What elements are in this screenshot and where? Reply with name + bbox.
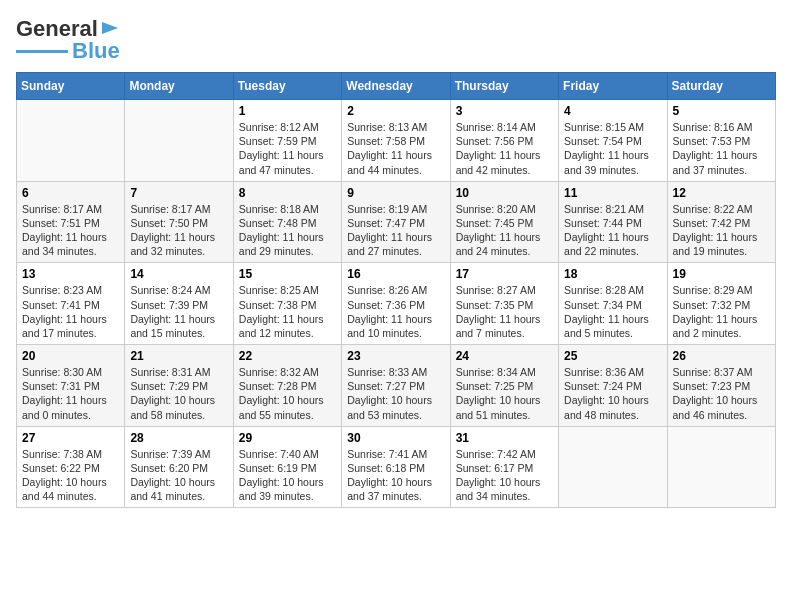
day-info: Sunrise: 8:26 AM Sunset: 7:36 PM Dayligh… <box>347 283 444 340</box>
calendar-cell: 7Sunrise: 8:17 AM Sunset: 7:50 PM Daylig… <box>125 181 233 263</box>
day-info: Sunrise: 8:31 AM Sunset: 7:29 PM Dayligh… <box>130 365 227 422</box>
column-header-friday: Friday <box>559 73 667 100</box>
svg-marker-0 <box>102 22 118 34</box>
day-number: 27 <box>22 431 119 445</box>
calendar-cell: 4Sunrise: 8:15 AM Sunset: 7:54 PM Daylig… <box>559 100 667 182</box>
day-number: 1 <box>239 104 336 118</box>
day-info: Sunrise: 8:34 AM Sunset: 7:25 PM Dayligh… <box>456 365 553 422</box>
day-info: Sunrise: 8:36 AM Sunset: 7:24 PM Dayligh… <box>564 365 661 422</box>
calendar-week-row: 1Sunrise: 8:12 AM Sunset: 7:59 PM Daylig… <box>17 100 776 182</box>
day-info: Sunrise: 8:20 AM Sunset: 7:45 PM Dayligh… <box>456 202 553 259</box>
day-info: Sunrise: 7:41 AM Sunset: 6:18 PM Dayligh… <box>347 447 444 504</box>
calendar-cell: 12Sunrise: 8:22 AM Sunset: 7:42 PM Dayli… <box>667 181 775 263</box>
day-info: Sunrise: 8:12 AM Sunset: 7:59 PM Dayligh… <box>239 120 336 177</box>
column-header-sunday: Sunday <box>17 73 125 100</box>
page-header: General Blue <box>16 16 776 64</box>
day-number: 23 <box>347 349 444 363</box>
logo-arrow-icon <box>100 18 120 38</box>
logo-line <box>16 50 68 53</box>
calendar-cell: 3Sunrise: 8:14 AM Sunset: 7:56 PM Daylig… <box>450 100 558 182</box>
calendar-cell: 21Sunrise: 8:31 AM Sunset: 7:29 PM Dayli… <box>125 345 233 427</box>
day-number: 21 <box>130 349 227 363</box>
day-info: Sunrise: 8:29 AM Sunset: 7:32 PM Dayligh… <box>673 283 770 340</box>
day-number: 16 <box>347 267 444 281</box>
day-info: Sunrise: 7:42 AM Sunset: 6:17 PM Dayligh… <box>456 447 553 504</box>
day-number: 6 <box>22 186 119 200</box>
day-info: Sunrise: 8:32 AM Sunset: 7:28 PM Dayligh… <box>239 365 336 422</box>
calendar-table: SundayMondayTuesdayWednesdayThursdayFrid… <box>16 72 776 508</box>
column-header-saturday: Saturday <box>667 73 775 100</box>
calendar-cell: 10Sunrise: 8:20 AM Sunset: 7:45 PM Dayli… <box>450 181 558 263</box>
day-info: Sunrise: 8:27 AM Sunset: 7:35 PM Dayligh… <box>456 283 553 340</box>
day-info: Sunrise: 7:38 AM Sunset: 6:22 PM Dayligh… <box>22 447 119 504</box>
day-info: Sunrise: 8:13 AM Sunset: 7:58 PM Dayligh… <box>347 120 444 177</box>
day-info: Sunrise: 8:17 AM Sunset: 7:50 PM Dayligh… <box>130 202 227 259</box>
day-number: 26 <box>673 349 770 363</box>
day-number: 29 <box>239 431 336 445</box>
day-number: 30 <box>347 431 444 445</box>
column-header-wednesday: Wednesday <box>342 73 450 100</box>
calendar-cell: 19Sunrise: 8:29 AM Sunset: 7:32 PM Dayli… <box>667 263 775 345</box>
day-number: 18 <box>564 267 661 281</box>
column-header-thursday: Thursday <box>450 73 558 100</box>
calendar-cell: 28Sunrise: 7:39 AM Sunset: 6:20 PM Dayli… <box>125 426 233 508</box>
calendar-cell: 23Sunrise: 8:33 AM Sunset: 7:27 PM Dayli… <box>342 345 450 427</box>
calendar-cell <box>17 100 125 182</box>
calendar-cell: 17Sunrise: 8:27 AM Sunset: 7:35 PM Dayli… <box>450 263 558 345</box>
day-info: Sunrise: 8:15 AM Sunset: 7:54 PM Dayligh… <box>564 120 661 177</box>
day-number: 3 <box>456 104 553 118</box>
logo-text-blue: Blue <box>72 38 120 64</box>
calendar-cell: 15Sunrise: 8:25 AM Sunset: 7:38 PM Dayli… <box>233 263 341 345</box>
calendar-header-row: SundayMondayTuesdayWednesdayThursdayFrid… <box>17 73 776 100</box>
day-info: Sunrise: 8:25 AM Sunset: 7:38 PM Dayligh… <box>239 283 336 340</box>
day-number: 9 <box>347 186 444 200</box>
day-number: 13 <box>22 267 119 281</box>
day-number: 24 <box>456 349 553 363</box>
day-number: 10 <box>456 186 553 200</box>
day-info: Sunrise: 8:24 AM Sunset: 7:39 PM Dayligh… <box>130 283 227 340</box>
day-number: 5 <box>673 104 770 118</box>
day-info: Sunrise: 8:33 AM Sunset: 7:27 PM Dayligh… <box>347 365 444 422</box>
calendar-cell: 18Sunrise: 8:28 AM Sunset: 7:34 PM Dayli… <box>559 263 667 345</box>
calendar-cell: 16Sunrise: 8:26 AM Sunset: 7:36 PM Dayli… <box>342 263 450 345</box>
day-info: Sunrise: 8:23 AM Sunset: 7:41 PM Dayligh… <box>22 283 119 340</box>
day-number: 31 <box>456 431 553 445</box>
calendar-cell: 9Sunrise: 8:19 AM Sunset: 7:47 PM Daylig… <box>342 181 450 263</box>
day-number: 12 <box>673 186 770 200</box>
calendar-cell: 14Sunrise: 8:24 AM Sunset: 7:39 PM Dayli… <box>125 263 233 345</box>
calendar-week-row: 27Sunrise: 7:38 AM Sunset: 6:22 PM Dayli… <box>17 426 776 508</box>
calendar-cell: 26Sunrise: 8:37 AM Sunset: 7:23 PM Dayli… <box>667 345 775 427</box>
calendar-cell: 30Sunrise: 7:41 AM Sunset: 6:18 PM Dayli… <box>342 426 450 508</box>
day-number: 8 <box>239 186 336 200</box>
calendar-week-row: 20Sunrise: 8:30 AM Sunset: 7:31 PM Dayli… <box>17 345 776 427</box>
day-number: 14 <box>130 267 227 281</box>
calendar-cell: 29Sunrise: 7:40 AM Sunset: 6:19 PM Dayli… <box>233 426 341 508</box>
calendar-cell: 8Sunrise: 8:18 AM Sunset: 7:48 PM Daylig… <box>233 181 341 263</box>
day-number: 7 <box>130 186 227 200</box>
day-number: 20 <box>22 349 119 363</box>
day-number: 11 <box>564 186 661 200</box>
day-number: 28 <box>130 431 227 445</box>
day-info: Sunrise: 8:28 AM Sunset: 7:34 PM Dayligh… <box>564 283 661 340</box>
day-number: 25 <box>564 349 661 363</box>
calendar-cell: 22Sunrise: 8:32 AM Sunset: 7:28 PM Dayli… <box>233 345 341 427</box>
calendar-cell: 13Sunrise: 8:23 AM Sunset: 7:41 PM Dayli… <box>17 263 125 345</box>
calendar-cell: 11Sunrise: 8:21 AM Sunset: 7:44 PM Dayli… <box>559 181 667 263</box>
calendar-cell: 1Sunrise: 8:12 AM Sunset: 7:59 PM Daylig… <box>233 100 341 182</box>
calendar-cell: 20Sunrise: 8:30 AM Sunset: 7:31 PM Dayli… <box>17 345 125 427</box>
day-info: Sunrise: 8:16 AM Sunset: 7:53 PM Dayligh… <box>673 120 770 177</box>
calendar-cell: 25Sunrise: 8:36 AM Sunset: 7:24 PM Dayli… <box>559 345 667 427</box>
day-number: 22 <box>239 349 336 363</box>
calendar-cell <box>125 100 233 182</box>
calendar-cell <box>559 426 667 508</box>
calendar-cell: 5Sunrise: 8:16 AM Sunset: 7:53 PM Daylig… <box>667 100 775 182</box>
calendar-cell: 31Sunrise: 7:42 AM Sunset: 6:17 PM Dayli… <box>450 426 558 508</box>
day-info: Sunrise: 8:14 AM Sunset: 7:56 PM Dayligh… <box>456 120 553 177</box>
logo: General Blue <box>16 16 120 64</box>
day-info: Sunrise: 7:39 AM Sunset: 6:20 PM Dayligh… <box>130 447 227 504</box>
day-info: Sunrise: 8:21 AM Sunset: 7:44 PM Dayligh… <box>564 202 661 259</box>
column-header-tuesday: Tuesday <box>233 73 341 100</box>
day-number: 15 <box>239 267 336 281</box>
day-info: Sunrise: 8:22 AM Sunset: 7:42 PM Dayligh… <box>673 202 770 259</box>
day-number: 17 <box>456 267 553 281</box>
